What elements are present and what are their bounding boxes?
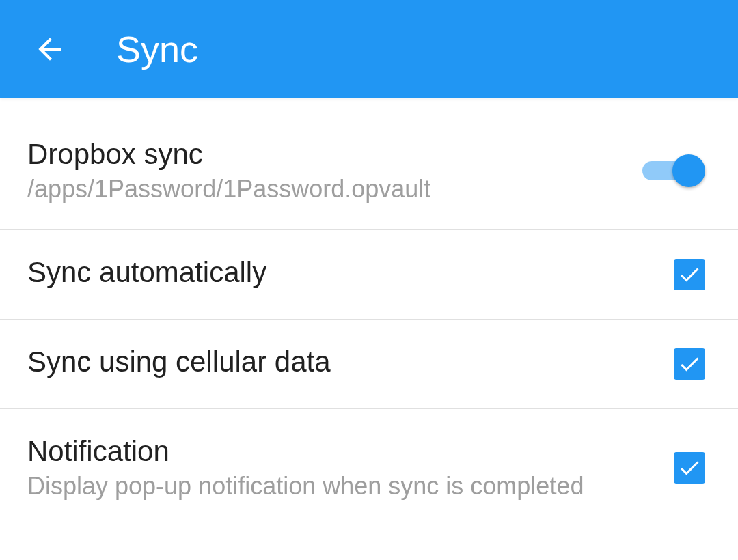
check-icon bbox=[677, 456, 702, 480]
item-title: Sync automatically bbox=[27, 256, 266, 289]
header-spacer bbox=[0, 98, 738, 112]
item-text-block: Sync using cellular data bbox=[27, 346, 331, 382]
arrow-back-icon bbox=[33, 32, 67, 66]
check-icon bbox=[677, 262, 702, 287]
item-subtitle: Display pop-up notification when sync is… bbox=[27, 472, 584, 501]
dropbox-sync-switch[interactable] bbox=[642, 152, 705, 190]
item-text-block: Notification Display pop-up notification… bbox=[27, 435, 584, 501]
item-text-block: Dropbox sync /apps/1Password/1Password.o… bbox=[27, 138, 430, 204]
item-subtitle: /apps/1Password/1Password.opvault bbox=[27, 175, 430, 204]
sync-cellular-item[interactable]: Sync using cellular data bbox=[0, 320, 738, 409]
item-text-block: Sync automatically bbox=[27, 256, 266, 293]
notification-item[interactable]: Notification Display pop-up notification… bbox=[0, 409, 738, 527]
dropbox-sync-item[interactable]: Dropbox sync /apps/1Password/1Password.o… bbox=[0, 112, 738, 230]
sync-automatically-checkbox[interactable] bbox=[674, 259, 705, 290]
notification-checkbox[interactable] bbox=[674, 452, 705, 484]
sync-cellular-checkbox[interactable] bbox=[674, 348, 705, 380]
check-icon bbox=[677, 352, 702, 376]
sync-automatically-item[interactable]: Sync automatically bbox=[0, 230, 738, 320]
page-title: Sync bbox=[116, 28, 198, 70]
app-header: Sync bbox=[0, 0, 738, 98]
item-title: Sync using cellular data bbox=[27, 346, 331, 378]
item-title: Notification bbox=[27, 435, 584, 468]
switch-thumb bbox=[672, 154, 705, 187]
back-button[interactable] bbox=[33, 32, 67, 66]
item-title: Dropbox sync bbox=[27, 138, 430, 171]
